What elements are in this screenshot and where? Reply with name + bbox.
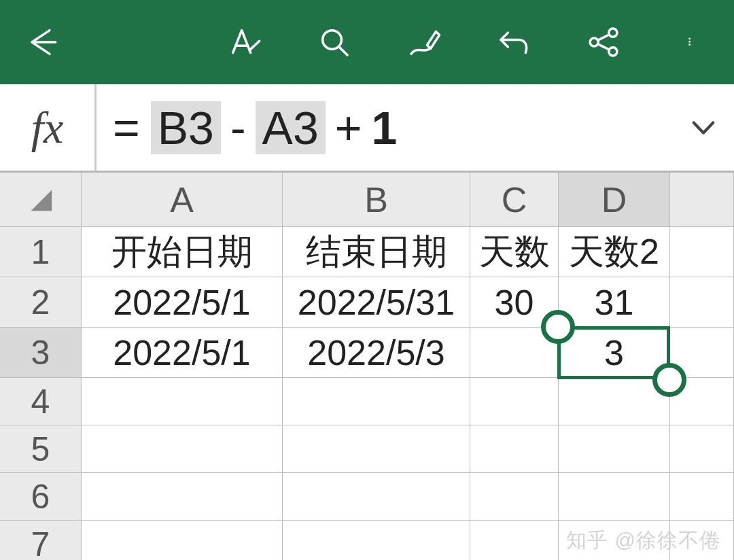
cell-e2[interactable] (670, 277, 734, 328)
cell-e5[interactable] (670, 425, 734, 473)
select-all-corner[interactable] (0, 173, 82, 227)
row-2: 2 2022/5/1 2022/5/31 30 31 (0, 277, 734, 328)
toolbar-right (224, 22, 714, 63)
font-style-icon (227, 24, 262, 60)
formula-eq: = (113, 101, 140, 154)
row-1: 1 开始日期 结束日期 天数 天数2 (0, 227, 734, 277)
spreadsheet-grid[interactable]: A B C D 1 开始日期 结束日期 天数 天数2 2 2022/5/1 20… (0, 173, 734, 560)
column-header-row: A B C D (0, 173, 734, 227)
more-vertical-icon (688, 24, 698, 60)
cell-d5[interactable] (559, 425, 670, 473)
formula-input[interactable]: = B3 - A3 + 1 (97, 84, 673, 171)
draw-icon (406, 24, 442, 60)
cell-e6[interactable] (670, 473, 734, 521)
back-button[interactable] (20, 22, 61, 63)
row-header-7[interactable]: 7 (0, 521, 82, 560)
cell-c7[interactable] (470, 521, 559, 560)
formula-minus: - (230, 101, 246, 154)
chevron-down-icon (689, 113, 718, 142)
back-arrow-icon (23, 24, 58, 60)
formula-ref-b3: B3 (151, 101, 221, 154)
undo-button[interactable] (493, 22, 534, 63)
cell-a4[interactable] (82, 378, 283, 425)
svg-point-3 (609, 48, 617, 56)
row-3: 3 2022/5/1 2022/5/3 3 (0, 328, 734, 378)
svg-point-2 (590, 38, 598, 46)
search-icon (317, 24, 352, 60)
row-7: 7 (0, 521, 734, 560)
cell-c4[interactable] (470, 378, 559, 425)
more-button[interactable] (673, 22, 714, 63)
cell-b6[interactable] (283, 473, 470, 521)
selection-handle-top-left[interactable] (541, 310, 575, 344)
col-header-e[interactable] (670, 173, 734, 227)
cell-c1[interactable]: 天数 (470, 227, 559, 277)
formula-collapse-button[interactable] (673, 84, 734, 171)
cell-a2[interactable]: 2022/5/1 (82, 277, 283, 328)
app-toolbar (0, 0, 734, 84)
svg-point-5 (688, 41, 691, 43)
cell-d2[interactable]: 31 (559, 277, 670, 328)
toolbar-left (20, 22, 61, 63)
row-6: 6 (0, 473, 734, 521)
row-header-5[interactable]: 5 (0, 425, 82, 473)
formula-literal: 1 (371, 101, 397, 154)
row-4: 4 (0, 378, 734, 425)
cell-a6[interactable] (82, 473, 283, 521)
col-header-c[interactable]: C (470, 173, 559, 227)
formula-plus: + (335, 101, 362, 154)
svg-point-4 (688, 37, 691, 39)
cell-c6[interactable] (470, 473, 559, 521)
draw-button[interactable] (404, 22, 444, 63)
cell-c5[interactable] (470, 425, 559, 473)
cell-a1[interactable]: 开始日期 (82, 227, 283, 277)
fx-label[interactable]: fx (0, 84, 97, 171)
cell-b4[interactable] (283, 378, 470, 425)
row-header-1[interactable]: 1 (0, 227, 82, 277)
selection-handle-bottom-right[interactable] (652, 363, 686, 397)
font-style-button[interactable] (224, 22, 265, 63)
select-all-icon (29, 188, 53, 212)
cell-d3[interactable]: 3 (559, 328, 670, 378)
formula-ref-a3: A3 (256, 101, 326, 154)
search-button[interactable] (314, 22, 355, 63)
cell-d6[interactable] (559, 473, 670, 521)
svg-point-6 (688, 43, 691, 46)
cell-e7[interactable] (670, 521, 734, 560)
cell-e1[interactable] (670, 227, 734, 277)
cell-b5[interactable] (283, 425, 470, 473)
col-header-a[interactable]: A (82, 173, 283, 227)
undo-icon (496, 24, 531, 60)
cell-a5[interactable] (82, 425, 283, 473)
cell-d1[interactable]: 天数2 (559, 227, 670, 277)
col-header-d[interactable]: D (559, 173, 670, 227)
cell-b2[interactable]: 2022/5/31 (283, 277, 470, 328)
cell-b3[interactable]: 2022/5/3 (283, 328, 470, 378)
share-button[interactable] (583, 22, 624, 63)
cell-b7[interactable] (283, 521, 470, 560)
cell-d7[interactable] (559, 521, 670, 560)
row-5: 5 (0, 425, 734, 473)
svg-point-1 (609, 29, 617, 37)
row-header-4[interactable]: 4 (0, 378, 82, 425)
sheet-container: A B C D 1 开始日期 结束日期 天数 天数2 2 2022/5/1 20… (0, 173, 734, 560)
row-header-6[interactable]: 6 (0, 473, 82, 521)
row-header-3[interactable]: 3 (0, 328, 82, 378)
cell-a3[interactable]: 2022/5/1 (82, 328, 283, 378)
row-header-2[interactable]: 2 (0, 277, 82, 328)
formula-bar: fx = B3 - A3 + 1 (0, 84, 734, 173)
share-icon (586, 24, 621, 60)
col-header-b[interactable]: B (283, 173, 470, 227)
cell-b1[interactable]: 结束日期 (283, 227, 470, 277)
cell-a7[interactable] (82, 521, 283, 560)
